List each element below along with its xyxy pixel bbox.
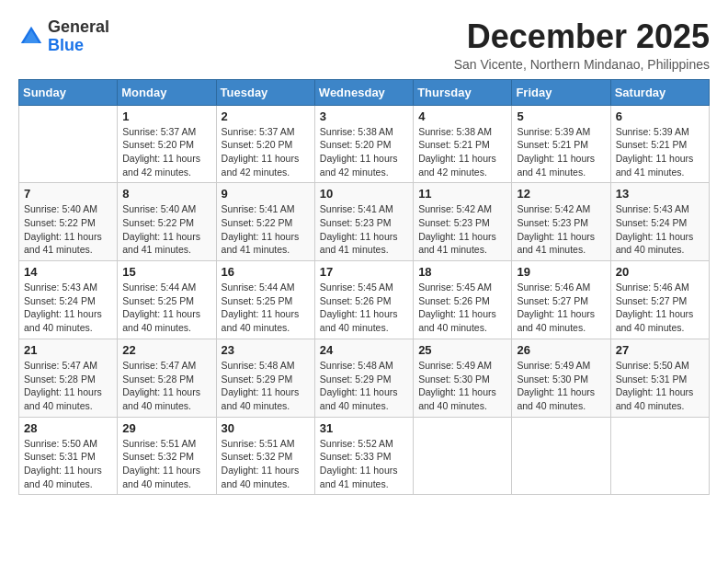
day-number: 27 bbox=[616, 343, 704, 357]
day-info: Sunrise: 5:38 AMSunset: 5:21 PMDaylight:… bbox=[418, 125, 506, 179]
day-info: Sunrise: 5:51 AMSunset: 5:32 PMDaylight:… bbox=[222, 437, 310, 491]
calendar-cell: 23Sunrise: 5:48 AMSunset: 5:29 PMDayligh… bbox=[216, 339, 314, 417]
day-info: Sunrise: 5:51 AMSunset: 5:32 PMDaylight:… bbox=[122, 437, 210, 491]
day-number: 21 bbox=[24, 343, 112, 357]
weekday-header-friday: Friday bbox=[512, 79, 610, 105]
month-title: December 2025 bbox=[454, 18, 710, 55]
calendar-week-row: 28Sunrise: 5:50 AMSunset: 5:31 PMDayligh… bbox=[19, 417, 710, 495]
weekday-header-wednesday: Wednesday bbox=[314, 79, 413, 105]
day-number: 13 bbox=[616, 187, 704, 201]
day-info: Sunrise: 5:45 AMSunset: 5:26 PMDaylight:… bbox=[418, 281, 506, 335]
day-info: Sunrise: 5:39 AMSunset: 5:21 PMDaylight:… bbox=[616, 125, 704, 179]
calendar-cell: 31Sunrise: 5:52 AMSunset: 5:33 PMDayligh… bbox=[314, 417, 413, 495]
calendar-cell: 3Sunrise: 5:38 AMSunset: 5:20 PMDaylight… bbox=[314, 105, 413, 183]
day-number: 14 bbox=[24, 265, 112, 279]
day-info: Sunrise: 5:52 AMSunset: 5:33 PMDaylight:… bbox=[320, 437, 408, 491]
calendar-cell: 20Sunrise: 5:46 AMSunset: 5:27 PMDayligh… bbox=[610, 261, 709, 339]
calendar-cell: 7Sunrise: 5:40 AMSunset: 5:22 PMDaylight… bbox=[19, 183, 118, 261]
weekday-header-tuesday: Tuesday bbox=[216, 79, 314, 105]
weekday-header-thursday: Thursday bbox=[414, 79, 512, 105]
day-number: 19 bbox=[517, 265, 605, 279]
calendar-cell: 6Sunrise: 5:39 AMSunset: 5:21 PMDaylight… bbox=[610, 105, 709, 183]
calendar-table: SundayMondayTuesdayWednesdayThursdayFrid… bbox=[18, 79, 710, 496]
day-number: 24 bbox=[320, 343, 408, 357]
day-info: Sunrise: 5:48 AMSunset: 5:29 PMDaylight:… bbox=[320, 359, 408, 413]
calendar-cell: 9Sunrise: 5:41 AMSunset: 5:22 PMDaylight… bbox=[216, 183, 314, 261]
day-info: Sunrise: 5:49 AMSunset: 5:30 PMDaylight:… bbox=[418, 359, 506, 413]
day-number: 7 bbox=[24, 187, 112, 201]
calendar-cell: 12Sunrise: 5:42 AMSunset: 5:23 PMDayligh… bbox=[512, 183, 610, 261]
calendar-cell: 26Sunrise: 5:49 AMSunset: 5:30 PMDayligh… bbox=[512, 339, 610, 417]
day-info: Sunrise: 5:42 AMSunset: 5:23 PMDaylight:… bbox=[418, 202, 506, 257]
day-info: Sunrise: 5:41 AMSunset: 5:23 PMDaylight:… bbox=[320, 202, 408, 257]
calendar-cell: 25Sunrise: 5:49 AMSunset: 5:30 PMDayligh… bbox=[414, 339, 512, 417]
day-info: Sunrise: 5:47 AMSunset: 5:28 PMDaylight:… bbox=[24, 359, 112, 413]
day-info: Sunrise: 5:37 AMSunset: 5:20 PMDaylight:… bbox=[122, 125, 210, 179]
day-number: 28 bbox=[24, 421, 112, 435]
calendar-cell: 13Sunrise: 5:43 AMSunset: 5:24 PMDayligh… bbox=[610, 183, 709, 261]
calendar-cell: 28Sunrise: 5:50 AMSunset: 5:31 PMDayligh… bbox=[19, 417, 118, 495]
calendar-cell: 29Sunrise: 5:51 AMSunset: 5:32 PMDayligh… bbox=[118, 417, 216, 495]
calendar-cell: 18Sunrise: 5:45 AMSunset: 5:26 PMDayligh… bbox=[414, 261, 512, 339]
calendar-cell: 19Sunrise: 5:46 AMSunset: 5:27 PMDayligh… bbox=[512, 261, 610, 339]
calendar-cell: 4Sunrise: 5:38 AMSunset: 5:21 PMDaylight… bbox=[414, 105, 512, 183]
day-number: 4 bbox=[418, 109, 506, 123]
weekday-header-saturday: Saturday bbox=[610, 79, 709, 105]
calendar-cell: 24Sunrise: 5:48 AMSunset: 5:29 PMDayligh… bbox=[314, 339, 413, 417]
calendar-cell: 22Sunrise: 5:47 AMSunset: 5:28 PMDayligh… bbox=[118, 339, 216, 417]
day-number: 26 bbox=[517, 343, 605, 357]
calendar-cell: 30Sunrise: 5:51 AMSunset: 5:32 PMDayligh… bbox=[216, 417, 314, 495]
day-info: Sunrise: 5:39 AMSunset: 5:21 PMDaylight:… bbox=[517, 125, 605, 179]
calendar-cell: 16Sunrise: 5:44 AMSunset: 5:25 PMDayligh… bbox=[216, 261, 314, 339]
calendar-cell: 27Sunrise: 5:50 AMSunset: 5:31 PMDayligh… bbox=[610, 339, 709, 417]
calendar-week-row: 1Sunrise: 5:37 AMSunset: 5:20 PMDaylight… bbox=[19, 105, 710, 183]
calendar-week-row: 21Sunrise: 5:47 AMSunset: 5:28 PMDayligh… bbox=[19, 339, 710, 417]
day-info: Sunrise: 5:40 AMSunset: 5:22 PMDaylight:… bbox=[24, 202, 112, 257]
calendar-cell bbox=[414, 417, 512, 495]
day-number: 23 bbox=[222, 343, 310, 357]
location-subtitle: San Vicente, Northern Mindanao, Philippi… bbox=[454, 57, 710, 72]
calendar-cell: 17Sunrise: 5:45 AMSunset: 5:26 PMDayligh… bbox=[314, 261, 413, 339]
day-number: 3 bbox=[320, 109, 408, 123]
day-info: Sunrise: 5:46 AMSunset: 5:27 PMDaylight:… bbox=[616, 281, 704, 335]
weekday-header-monday: Monday bbox=[118, 79, 216, 105]
day-number: 1 bbox=[122, 109, 210, 123]
day-number: 10 bbox=[320, 187, 408, 201]
day-info: Sunrise: 5:41 AMSunset: 5:22 PMDaylight:… bbox=[222, 202, 310, 257]
day-info: Sunrise: 5:44 AMSunset: 5:25 PMDaylight:… bbox=[122, 281, 210, 335]
calendar-cell: 10Sunrise: 5:41 AMSunset: 5:23 PMDayligh… bbox=[314, 183, 413, 261]
day-number: 17 bbox=[320, 265, 408, 279]
day-number: 5 bbox=[517, 109, 605, 123]
day-info: Sunrise: 5:43 AMSunset: 5:24 PMDaylight:… bbox=[24, 281, 112, 335]
day-info: Sunrise: 5:48 AMSunset: 5:29 PMDaylight:… bbox=[222, 359, 310, 413]
day-number: 25 bbox=[418, 343, 506, 357]
day-info: Sunrise: 5:44 AMSunset: 5:25 PMDaylight:… bbox=[222, 281, 310, 335]
calendar-cell bbox=[512, 417, 610, 495]
day-info: Sunrise: 5:38 AMSunset: 5:20 PMDaylight:… bbox=[320, 125, 408, 179]
day-number: 9 bbox=[222, 187, 310, 201]
day-info: Sunrise: 5:50 AMSunset: 5:31 PMDaylight:… bbox=[616, 359, 704, 413]
calendar-cell bbox=[610, 417, 709, 495]
calendar-cell: 1Sunrise: 5:37 AMSunset: 5:20 PMDaylight… bbox=[118, 105, 216, 183]
day-number: 11 bbox=[418, 187, 506, 201]
day-number: 30 bbox=[222, 421, 310, 435]
logo-icon bbox=[18, 24, 44, 50]
day-info: Sunrise: 5:50 AMSunset: 5:31 PMDaylight:… bbox=[24, 437, 112, 491]
day-info: Sunrise: 5:37 AMSunset: 5:20 PMDaylight:… bbox=[222, 125, 310, 179]
calendar-cell: 15Sunrise: 5:44 AMSunset: 5:25 PMDayligh… bbox=[118, 261, 216, 339]
day-info: Sunrise: 5:42 AMSunset: 5:23 PMDaylight:… bbox=[517, 202, 605, 257]
day-number: 12 bbox=[517, 187, 605, 201]
calendar-cell: 21Sunrise: 5:47 AMSunset: 5:28 PMDayligh… bbox=[19, 339, 118, 417]
calendar-cell: 11Sunrise: 5:42 AMSunset: 5:23 PMDayligh… bbox=[414, 183, 512, 261]
day-number: 22 bbox=[122, 343, 210, 357]
logo-text: General Blue bbox=[48, 18, 109, 55]
day-info: Sunrise: 5:47 AMSunset: 5:28 PMDaylight:… bbox=[122, 359, 210, 413]
day-number: 16 bbox=[222, 265, 310, 279]
calendar-cell: 14Sunrise: 5:43 AMSunset: 5:24 PMDayligh… bbox=[19, 261, 118, 339]
day-number: 31 bbox=[320, 421, 408, 435]
day-number: 18 bbox=[418, 265, 506, 279]
title-section: December 2025 San Vicente, Northern Mind… bbox=[454, 18, 710, 72]
day-number: 15 bbox=[122, 265, 210, 279]
day-info: Sunrise: 5:45 AMSunset: 5:26 PMDaylight:… bbox=[320, 281, 408, 335]
day-info: Sunrise: 5:43 AMSunset: 5:24 PMDaylight:… bbox=[616, 202, 704, 257]
